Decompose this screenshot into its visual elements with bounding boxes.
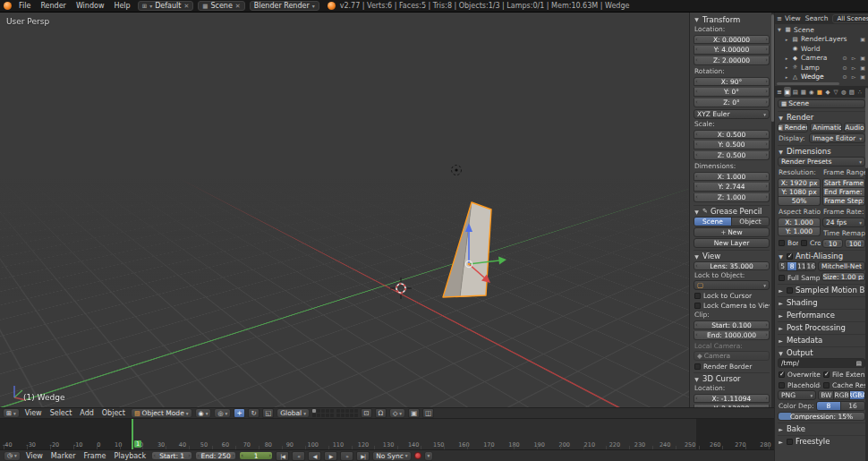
visibility-eye-icon[interactable]: ⊙ (841, 73, 848, 80)
selectability-icon[interactable]: ▻ (850, 55, 857, 61)
lamp-object[interactable] (452, 166, 462, 175)
outliner-item-world[interactable]: ◉ World (777, 44, 866, 54)
motion-blur-enable-checkbox[interactable] (787, 287, 793, 294)
outliner-item-camera[interactable]: ▸ ◆ Camera ⊙ ▻ ▣ (777, 54, 866, 64)
expand-triangle-icon[interactable]: ▼ (777, 27, 782, 32)
jump-to-start-button[interactable]: |◀ (276, 451, 289, 461)
render-button[interactable]: ▣ Render (778, 123, 808, 132)
tab-material-icon[interactable]: ◍ (840, 87, 847, 97)
playhead[interactable] (132, 419, 133, 449)
layers-group-2[interactable] (336, 409, 358, 417)
screen-layout-selector[interactable]: ⊞ ▾ Default ✕ (138, 1, 194, 11)
location-x-field[interactable]: ‹X: 0.00000› (694, 35, 770, 44)
mode-dropdown[interactable]: ▧ Object Mode ▾ (131, 408, 192, 418)
wedge-object[interactable] (443, 202, 491, 297)
location-z-field[interactable]: ‹Z: 2.00000› (694, 56, 770, 65)
jump-next-keyframe-button[interactable]: » (340, 451, 353, 461)
aspect-x-field[interactable]: X: 1.000 (778, 218, 821, 227)
outliner-menu-search[interactable]: Search (804, 14, 830, 22)
layers-group-1[interactable] (312, 409, 334, 417)
rotation-z-field[interactable]: ‹Z: 0°› (694, 98, 770, 107)
panel-header-sampled-motion-blur[interactable]: ► Sampled Motion Blur (778, 284, 865, 295)
animation-button[interactable]: ◫ Animation (810, 123, 842, 132)
timeline-menu-playback[interactable]: Playback (111, 452, 149, 460)
local-camera-field[interactable]: ◆ Camera (694, 351, 770, 361)
sync-mode-dropdown[interactable]: No Sync ▾ (372, 451, 411, 461)
compression-slider[interactable]: Compression: 15% (778, 412, 865, 421)
panel-header-performance[interactable]: ► Performance (778, 309, 865, 320)
keying-set-dropdown[interactable]: ▾ (424, 451, 434, 461)
panel-header-dimensions[interactable]: ▼ Dimensions (778, 145, 865, 156)
rotation-x-field[interactable]: ‹X: 90°› (694, 77, 770, 86)
scale-x-field[interactable]: ‹X: 0.500› (694, 130, 770, 139)
tab-scene-icon[interactable]: ▦ (800, 87, 807, 97)
panel-header-3d-cursor[interactable]: ▼ 3D Cursor (694, 372, 770, 383)
anti-aliasing-enable-checkbox[interactable] (787, 253, 793, 260)
frame-step-field[interactable]: Frame Step: 1 (822, 197, 865, 206)
expand-triangle-icon[interactable]: ▸ (784, 74, 789, 80)
snap-toggle-button[interactable]: Ω (375, 408, 387, 418)
rotation-y-field[interactable]: ‹Y: 0°› (694, 88, 770, 97)
panel-header-bake[interactable]: ► Bake (778, 423, 865, 433)
auto-keyframe-record-button[interactable] (414, 452, 421, 459)
viewport-menu-select[interactable]: Select (47, 409, 75, 417)
border-checkbox[interactable]: Border (779, 238, 798, 247)
dimensions-y-field[interactable]: ‹Y: 2.744› (694, 183, 770, 192)
menu-window[interactable]: Window (72, 2, 109, 10)
file-extensions-checkbox[interactable]: File Extensi... (823, 370, 865, 379)
placeholders-checkbox[interactable]: Placeholders (779, 380, 821, 389)
tab-render-layers-icon[interactable]: ▤ (792, 87, 799, 97)
panel-header-grease-pencil[interactable]: ▼ ✎ Grease Pencil (694, 205, 770, 216)
resolution-scale-field[interactable]: 50% (778, 197, 821, 206)
full-sample-checkbox[interactable]: Full Sample (779, 273, 820, 282)
visibility-eye-icon[interactable]: ⊙ (841, 55, 848, 61)
panel-header-transform[interactable]: ▼ Transform (694, 13, 770, 24)
location-y-field[interactable]: ‹Y: 4.00000› (694, 46, 770, 55)
editor-type-selector[interactable]: ◷ ▾ (4, 451, 21, 461)
aspect-y-field[interactable]: Y: 1.000 (778, 227, 821, 236)
start-frame-field[interactable]: Start Frame: 1 (822, 178, 865, 188)
audio-button[interactable]: Audio (844, 123, 865, 132)
timeline-menu-view[interactable]: View (23, 452, 46, 460)
outliner-item-lamp[interactable]: ▸ ☼ Lamp ⊙ ▻ ▣ (777, 63, 866, 73)
tab-particles-icon[interactable]: ∴ (856, 87, 864, 97)
panel-header-metadata[interactable]: ► Metadata (778, 334, 865, 345)
scale-z-field[interactable]: ‹Z: 0.500› (694, 151, 770, 160)
play-reverse-button[interactable]: ◀ (308, 451, 321, 461)
start-frame-field[interactable]: ‹Start: 1› (151, 451, 192, 460)
gp-new-layer-button[interactable]: New Layer (694, 238, 770, 248)
lock-camera-to-view-checkbox[interactable]: Lock Camera to View (694, 301, 770, 310)
display-dropdown[interactable]: Image Editor ▾ (809, 133, 865, 143)
panel-header-render[interactable]: ▼ Render (778, 111, 865, 122)
pivot-point-dropdown[interactable]: ◎ ▾ (214, 408, 231, 418)
crop-checkbox[interactable]: Crop (801, 238, 821, 247)
aa-samples-11[interactable]: 11 (796, 262, 805, 270)
panel-header-freestyle[interactable]: ► Freestyle (778, 435, 865, 446)
properties-editor-icon[interactable]: ≡ (777, 89, 782, 96)
timeline-ruler[interactable]: -40-30-20-100102030405060708090100110120… (0, 419, 774, 449)
dimensions-z-field[interactable]: ‹Z: 1.000› (694, 193, 770, 202)
expand-triangle-icon[interactable]: ▸ (784, 55, 789, 61)
lock-to-cursor-checkbox[interactable]: Lock to Cursor (694, 291, 770, 300)
snap-element-dropdown[interactable]: ◇ ▾ (389, 408, 405, 418)
remap-old-field[interactable]: ‹10› (822, 239, 843, 248)
selectability-icon[interactable]: ▻ (850, 73, 857, 80)
timeline-menu-marker[interactable]: Marker (48, 452, 79, 460)
outliner-item-scene[interactable]: ▼ ▦ Scene (777, 25, 866, 35)
clip-end-field[interactable]: ‹End: 1000.000› (694, 331, 770, 340)
tab-render-icon[interactable]: ▣ (784, 87, 791, 97)
lock-to-object-field[interactable]: ▢ ▾ (694, 280, 770, 290)
render-toggle-icon[interactable]: ▣ (859, 36, 866, 42)
opengl-render-still-button[interactable]: ▣ (408, 408, 420, 418)
3d-viewport[interactable]: User Persp (1) Wedge (0, 13, 689, 407)
render-border-checkbox[interactable]: Render Border (694, 362, 770, 371)
gp-new-button[interactable]: + New (694, 227, 770, 237)
jump-to-end-button[interactable]: ▶| (356, 451, 370, 461)
close-icon[interactable]: ✕ (183, 3, 189, 10)
viewport-shading-dropdown[interactable]: ◉ ▾ (195, 408, 212, 418)
current-frame-field[interactable]: ‹1› (239, 451, 273, 460)
panel-header-shading[interactable]: ► Shading (778, 296, 865, 307)
output-path-field[interactable]: /tmp/ ▤ (778, 358, 865, 368)
panel-header-view[interactable]: ▼ View (694, 250, 770, 260)
dimensions-x-field[interactable]: ‹X: 1.000› (694, 172, 770, 181)
